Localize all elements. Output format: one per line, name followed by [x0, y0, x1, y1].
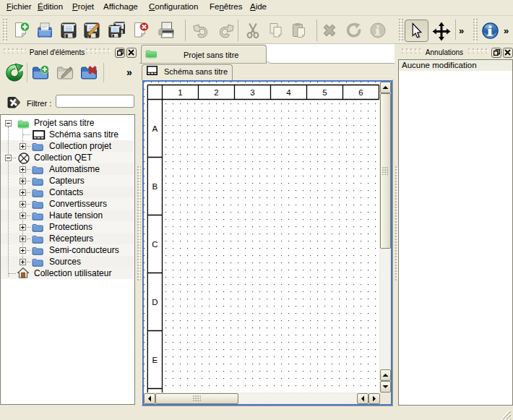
- svg-text:2: 2: [214, 88, 218, 97]
- svg-text:5: 5: [322, 88, 327, 97]
- svg-text:6: 6: [358, 88, 363, 97]
- svg-text:B: B: [152, 182, 158, 191]
- svg-text:D: D: [152, 298, 158, 307]
- svg-text:E: E: [152, 356, 158, 364]
- svg-text:C: C: [152, 240, 158, 249]
- svg-text:A: A: [152, 124, 158, 133]
- svg-text:4: 4: [286, 88, 291, 97]
- svg-text:3: 3: [250, 88, 254, 97]
- svg-text:1: 1: [178, 88, 182, 97]
